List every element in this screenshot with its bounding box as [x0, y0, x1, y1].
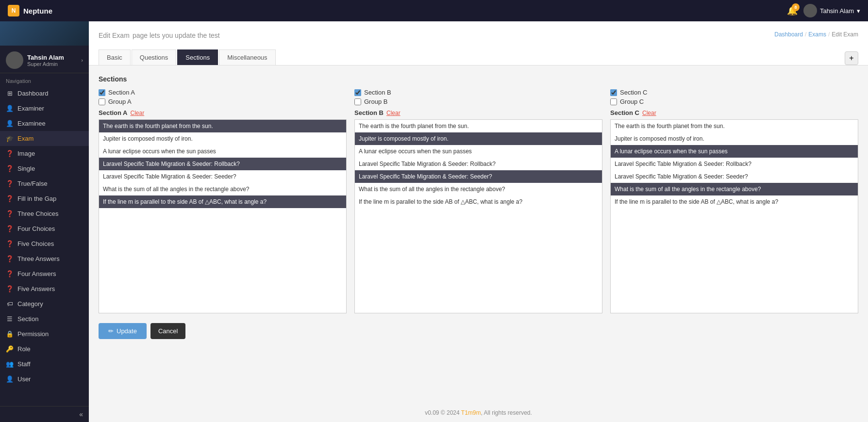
checkbox-group-b[interactable]: Group B: [354, 98, 602, 105]
question-item[interactable]: Laravel Specific Table Migration & Seede…: [611, 170, 858, 183]
checkbox-group-a[interactable]: Group A: [99, 98, 347, 105]
sidebar-item-threeanswers[interactable]: ❓ Three Answers: [0, 251, 89, 266]
question-item[interactable]: Jupiter is composed mostly of iron.: [355, 132, 602, 145]
question-item[interactable]: What is the sum of all the angles in the…: [611, 183, 858, 195]
sidebar-item-user[interactable]: 👤 User: [0, 372, 89, 387]
fiveanswers-icon: ❓: [6, 285, 14, 292]
checkbox-input-section-a[interactable]: [99, 89, 105, 96]
page-footer: v0.09 © 2024 T1m9m, All rights reserved.: [89, 404, 868, 422]
checkbox-input-group-a[interactable]: [99, 98, 105, 105]
question-item[interactable]: If the line m is parallel to the side AB…: [611, 195, 858, 208]
question-list-a[interactable]: The earth is the fourth planet from the …: [99, 119, 347, 313]
notification-button[interactable]: 🔔 8: [787, 5, 798, 16]
tab-add-button[interactable]: +: [845, 51, 858, 65]
sidebar-item-fiveanswers[interactable]: ❓ Five Answers: [0, 281, 89, 296]
fillgap-icon: ❓: [6, 195, 14, 202]
question-item[interactable]: The earth is the fourth planet from the …: [611, 120, 858, 132]
question-item[interactable]: Laravel Specific Table Migration & Seede…: [355, 158, 602, 170]
update-button[interactable]: ✏ Update: [99, 323, 147, 339]
question-item[interactable]: Jupiter is composed mostly of iron.: [611, 132, 858, 145]
question-item[interactable]: Laravel Specific Table Migration & Seede…: [99, 170, 346, 183]
sidebar-item-label: Three Choices: [17, 210, 59, 217]
checkbox-section-b[interactable]: Section B: [354, 89, 602, 96]
tab-questions[interactable]: Questions: [132, 49, 177, 65]
question-item[interactable]: Jupiter is composed mostly of iron.: [99, 132, 346, 145]
sidebar-item-fourchoices[interactable]: ❓ Four Choices: [0, 221, 89, 236]
sidebar-collapse-button[interactable]: «: [79, 410, 83, 418]
question-item[interactable]: Laravel Specific Table Migration & Seede…: [99, 158, 346, 170]
breadcrumb-dashboard[interactable]: Dashboard: [774, 31, 803, 38]
sidebar-item-label: Five Answers: [17, 285, 55, 292]
sidebar-item-staff[interactable]: 👥 Staff: [0, 357, 89, 372]
sidebar-item-image[interactable]: ❓ Image: [0, 146, 89, 161]
sidebar-item-role[interactable]: 🔑 Role: [0, 341, 89, 357]
sidebar-item-label: Four Choices: [17, 225, 55, 232]
checkbox-input-section-b[interactable]: [354, 89, 361, 96]
question-item[interactable]: A lunar eclipse occurs when the sun pass…: [611, 145, 858, 158]
sidebar-item-dashboard[interactable]: ⊞ Dashboard: [0, 86, 89, 101]
single-icon: ❓: [6, 165, 14, 172]
clear-link-c[interactable]: Clear: [642, 110, 656, 116]
notification-badge: 8: [792, 3, 800, 11]
question-item[interactable]: Laravel Specific Table Migration & Seede…: [355, 170, 602, 183]
tab-sections[interactable]: Sections: [177, 49, 218, 65]
image-icon: ❓: [6, 150, 14, 157]
sidebar-item-section[interactable]: ☰ Section: [0, 311, 89, 326]
footer-suffix: , All rights reserved.: [481, 409, 532, 416]
checkbox-section-c[interactable]: Section C: [610, 89, 858, 96]
sidebar-item-permission[interactable]: 🔒 Permission: [0, 326, 89, 341]
question-item[interactable]: What is the sum of all the angles in the…: [355, 183, 602, 195]
fouranswers-icon: ❓: [6, 270, 14, 277]
cancel-button[interactable]: Cancel: [150, 323, 185, 339]
checkbox-group-c[interactable]: Group C: [610, 98, 858, 105]
clear-link-b[interactable]: Clear: [386, 110, 401, 116]
edit-icon: ✏: [108, 327, 114, 335]
clear-link-a[interactable]: Clear: [130, 110, 144, 116]
sidebar-item-fillgap[interactable]: ❓ Fill in the Gap: [0, 191, 89, 206]
checkbox-section-a[interactable]: Section A: [99, 89, 347, 96]
sidebar-item-label: Exam: [17, 135, 33, 142]
sidebar-item-fouranswers[interactable]: ❓ Four Answers: [0, 266, 89, 281]
footer-brand[interactable]: T1m9m: [461, 409, 481, 416]
question-item[interactable]: If the line m is parallel to the side AB…: [99, 195, 346, 208]
sidebar-item-label: Staff: [17, 360, 31, 368]
breadcrumb-exams[interactable]: Exams: [808, 31, 826, 38]
user-name: Tahsin Alam: [820, 7, 854, 15]
question-item[interactable]: What is the sum of all the angles in the…: [99, 183, 346, 195]
question-item[interactable]: The earth is the fourth planet from the …: [355, 120, 602, 132]
question-item[interactable]: A lunar eclipse occurs when the sun pass…: [99, 145, 346, 158]
profile-arrow-icon: ›: [81, 57, 83, 63]
tab-miscellaneous[interactable]: Miscellaneous: [219, 49, 275, 65]
question-item[interactable]: If the line m is parallel to the side AB…: [355, 195, 602, 208]
sidebar-item-exam[interactable]: 🎓 Exam: [0, 131, 89, 146]
checkbox-input-group-c[interactable]: [610, 98, 617, 105]
user-menu-button[interactable]: Tahsin Alam ▾: [803, 4, 860, 17]
chevron-down-icon: ▾: [857, 7, 860, 15]
question-item[interactable]: A lunar eclipse occurs when the sun pass…: [355, 145, 602, 158]
sidebar-item-label: True/False: [17, 180, 48, 187]
role-icon: 🔑: [6, 345, 14, 353]
checkbox-input-section-c[interactable]: [610, 89, 617, 96]
sidebar-item-label: Dashboard: [17, 90, 49, 97]
section-col-c: Section CGroup CSection CClearThe earth …: [610, 89, 858, 313]
sidebar-item-fivechoices[interactable]: ❓ Five Choices: [0, 236, 89, 251]
question-item[interactable]: The earth is the fourth planet from the …: [99, 120, 346, 132]
sections-grid: Section AGroup ASection AClearThe earth …: [99, 89, 858, 313]
staff-icon: 👥: [6, 360, 14, 368]
checkbox-input-group-b[interactable]: [354, 98, 361, 105]
examinee-icon: 👤: [6, 120, 14, 127]
sidebar-item-category[interactable]: 🏷 Category: [0, 296, 89, 311]
tab-basic[interactable]: Basic: [99, 49, 131, 65]
sidebar-item-threechoices[interactable]: ❓ Three Choices: [0, 206, 89, 221]
dashboard-icon: ⊞: [6, 90, 14, 97]
sidebar-item-examinee[interactable]: 👤 Examinee: [0, 116, 89, 131]
question-item[interactable]: Laravel Specific Table Migration & Seede…: [611, 158, 858, 170]
sidebar-item-examiner[interactable]: 👤 Examiner: [0, 101, 89, 116]
question-list-c[interactable]: The earth is the fourth planet from the …: [610, 119, 858, 313]
sidebar-item-label: Permission: [17, 330, 49, 338]
sidebar-item-label: Four Answers: [17, 270, 56, 277]
sidebar-item-truefalse[interactable]: ❓ True/False: [0, 176, 89, 191]
section-header-c: Section CClear: [610, 109, 858, 116]
sidebar-item-single[interactable]: ❓ Single: [0, 161, 89, 176]
question-list-b[interactable]: The earth is the fourth planet from the …: [354, 119, 602, 313]
